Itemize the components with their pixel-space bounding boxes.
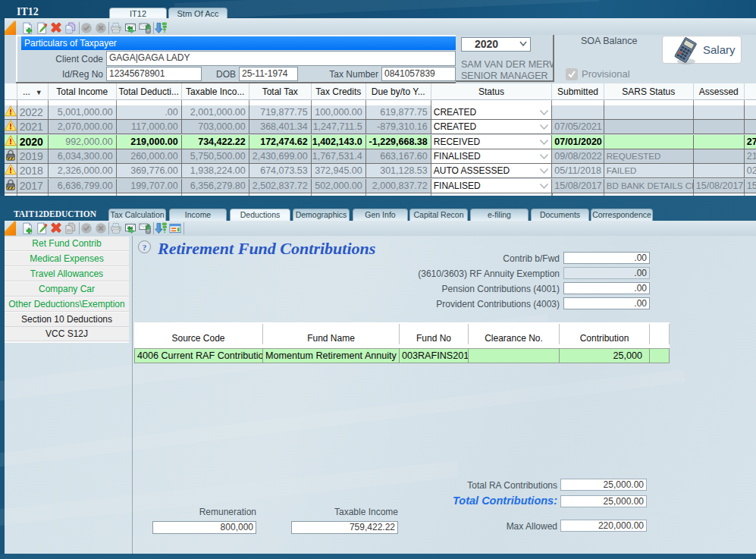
svg-text:?: ? — [143, 243, 147, 252]
